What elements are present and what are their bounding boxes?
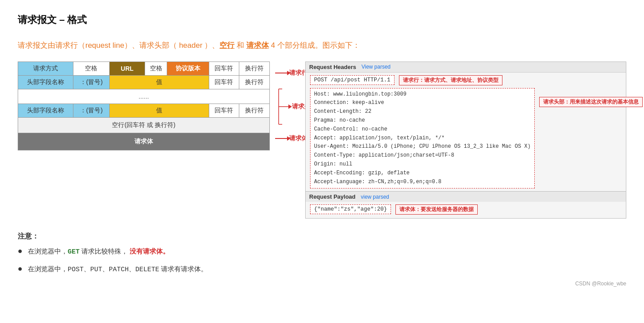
cell-field-name2: 头部字段名称 xyxy=(18,104,73,117)
get-text: GET xyxy=(68,248,80,256)
header-line-accept-encoding: Accept-Encoding: gzip, deflate xyxy=(314,169,531,178)
payload-title: Request Payload xyxy=(309,193,356,200)
main-layout: 请求方式 空格 URL 空格 协议版本 回车符 换行符 头部字段名称 ：(冒号) xyxy=(18,62,626,219)
cell-colon2: ：(冒号) xyxy=(73,104,109,117)
cell-space1: 空格 xyxy=(73,62,109,75)
methods-text: POST、PUT、PATCH、DELETE xyxy=(68,266,159,273)
headers-annotation: 请求头部：用来描述这次请求的基本信息 xyxy=(539,97,643,107)
cell-dots: ...... xyxy=(18,89,270,104)
intro-text-suffix: 4 个部分组成。图示如下： xyxy=(269,41,360,50)
watermark: CSDN @Rookie_wbe xyxy=(18,281,626,287)
cell-body: 请求体 xyxy=(18,133,270,150)
header-line-origin: Origin: null xyxy=(314,160,531,169)
notes-title: 注意： xyxy=(18,232,626,241)
table-row-body: 请求体 xyxy=(18,133,270,150)
cell-value2: 值 xyxy=(109,104,209,117)
right-panel: Request Headers View parsed POST /api/po… xyxy=(305,62,626,219)
no-body-text: 没有请求体。 xyxy=(128,247,169,255)
cell-colon1: ：(冒号) xyxy=(73,75,109,89)
header-line-content-length: Content-Length: 22 xyxy=(314,108,531,116)
cell-url: URL xyxy=(109,62,145,75)
header-line-accept: Accept: application/json, text/plain, */… xyxy=(314,134,531,143)
table-row-header2: 头部字段名称 ：(冒号) 值 回车符 换行符 xyxy=(18,104,270,117)
note-item-post: ● 在浏览器中，POST、PUT、PATCH、DELETE 请求有请求体。 xyxy=(18,263,626,276)
bullet-2: ● xyxy=(18,265,23,273)
cell-lf1: 换行符 xyxy=(239,62,270,75)
bullet-1: ● xyxy=(18,247,23,255)
header-line-connection: Connection: keep-alive xyxy=(314,99,531,108)
notes-section: 注意： ● 在浏览器中，GET 请求比较特殊， 没有请求体。 ● 在浏览器中，P… xyxy=(18,232,626,275)
payload-box: {"name":"zs","age":20} xyxy=(310,204,391,214)
cell-protocol: 协议版本 xyxy=(167,62,209,75)
panel-header: Request Headers View parsed xyxy=(306,62,626,73)
table-row-request-line: 请求方式 空格 URL 空格 协议版本 回车符 换行符 xyxy=(18,62,270,75)
cell-value1: 值 xyxy=(109,75,209,89)
cell-cr3: 回车符 xyxy=(209,104,239,117)
intro-paragraph: 请求报文由请求行（request line）、请求头部（ header ）、空行… xyxy=(18,39,626,53)
header-line-accept-language: Accept-Language: zh-CN,zh;q=0.9,en;q=0.8 xyxy=(314,178,531,187)
headers-section: Host: www.liulongbin.top:3009 Connection… xyxy=(310,88,621,189)
cell-field-name1: 头部字段名称 xyxy=(18,75,73,89)
payload-section: {"name":"zs","age":20} 请求体：要发送给服务器的数据 xyxy=(306,202,626,218)
view-parsed-2-link[interactable]: view parsed xyxy=(361,194,389,200)
note-item-get: ● 在浏览器中，GET 请求比较特殊， 没有请求体。 xyxy=(18,246,626,258)
cell-method: 请求方式 xyxy=(18,62,73,75)
cell-space2: 空格 xyxy=(145,62,167,75)
note-text-1: 在浏览器中，GET 请求比较特殊， 没有请求体。 xyxy=(28,246,169,258)
request-line-annotation: 请求行：请求方式、请求地址、协议类型 xyxy=(399,75,502,85)
intro-text-mid: ）、 xyxy=(204,41,219,50)
format-table: 请求方式 空格 URL 空格 协议版本 回车符 换行符 头部字段名称 ：(冒号) xyxy=(18,62,270,150)
panel-title: Request Headers xyxy=(309,64,356,70)
table-row-empty-line: 空行(回车符 或 换行符) xyxy=(18,117,270,133)
view-parsed-link[interactable]: View parsed xyxy=(361,64,391,70)
cell-lf2: 换行符 xyxy=(239,75,270,89)
request-line-box: POST /api/post HTTP/1.1 xyxy=(310,75,395,85)
header-line-user-agent: User-Agent: Mozilla/5.0 (iPhone; CPU iPh… xyxy=(314,142,531,151)
intro-kongxing: 空行 xyxy=(219,41,234,50)
intro-qiuqiuti: 请求体 xyxy=(246,41,269,50)
payload-annotation: 请求体：要发送给服务器的数据 xyxy=(395,204,478,215)
header-line-cache-control: Cache-Control: no-cache xyxy=(314,125,531,134)
intro-header-word: header xyxy=(179,41,205,50)
format-diagram: 请求方式 空格 URL 空格 协议版本 回车符 换行符 头部字段名称 ：(冒号) xyxy=(18,62,292,150)
table-row-header1: 头部字段名称 ：(冒号) 值 回车符 换行符 xyxy=(18,75,270,89)
cell-lf3: 换行符 xyxy=(239,104,270,117)
headers-box: Host: www.liulongbin.top:3009 Connection… xyxy=(310,88,535,189)
header-line-content-type: Content-Type: application/json;charset=U… xyxy=(314,151,531,160)
table-row-dots: ...... xyxy=(18,89,270,104)
page-title: 请求报文 – 格式 xyxy=(18,13,626,27)
cell-empty-line: 空行(回车符 或 换行符) xyxy=(18,117,270,133)
bracket-svg xyxy=(275,87,293,127)
note-text-2: 在浏览器中，POST、PUT、PATCH、DELETE 请求有请求体。 xyxy=(28,263,207,276)
payload-panel-header: Request Payload view parsed xyxy=(306,191,626,202)
request-line-section: POST /api/post HTTP/1.1 请求行：请求方式、请求地址、协议… xyxy=(306,73,626,88)
cell-cr2: 回车符 xyxy=(209,75,239,89)
header-line-pragma: Pragma: no-cache xyxy=(314,116,531,125)
svg-marker-4 xyxy=(288,104,292,109)
intro-and: 和 xyxy=(234,41,246,50)
cell-cr1: 回车符 xyxy=(209,62,239,75)
header-line-host: Host: www.liulongbin.top:3009 xyxy=(314,90,531,99)
intro-text-prefix: 请求报文由请求行（request line）、请求头部（ xyxy=(18,41,179,50)
